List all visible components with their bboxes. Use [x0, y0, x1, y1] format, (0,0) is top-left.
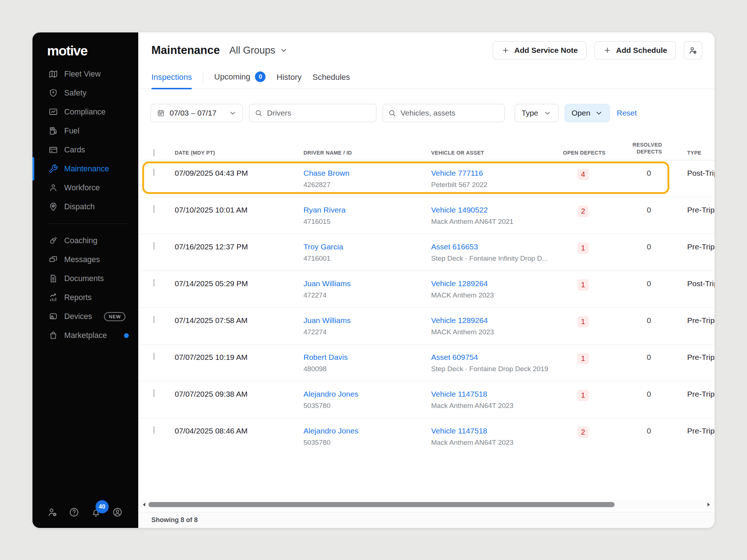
tab-history[interactable]: History [276, 73, 301, 89]
scroll-left-arrow[interactable] [141, 501, 148, 508]
map-icon [49, 69, 58, 79]
sidebar-item-coaching[interactable]: Coaching [32, 231, 138, 250]
vehicle-link[interactable]: Asset 609754 [431, 353, 478, 361]
vehicle-detail: Peterbilt 567 2022 [431, 181, 558, 189]
sidebar-item-messages[interactable]: Messages [32, 250, 138, 269]
upcoming-count-badge: 0 [255, 71, 266, 82]
account-icon[interactable] [112, 507, 123, 518]
inspection-type: Post-Trip [687, 169, 715, 177]
driver-id: 4262827 [303, 181, 431, 189]
driver-link[interactable]: Chase Brown [303, 169, 349, 177]
group-selector[interactable]: All Groups [229, 45, 288, 56]
table-row[interactable]: 07/07/2025 10:19 AM Robert Davis480098 A… [138, 345, 715, 381]
type-filter-dropdown[interactable]: Type [515, 104, 558, 122]
row-checkbox[interactable] [153, 426, 155, 434]
admin-user-gear-icon[interactable] [47, 507, 58, 518]
sidebar-item-dispatch[interactable]: Dispatch [32, 197, 138, 216]
sidebar: motive Fleet View Safety [32, 32, 138, 528]
tab-inspections[interactable]: Inspections [151, 73, 192, 89]
sidebar-item-compliance[interactable]: Compliance [32, 102, 138, 121]
table-row[interactable]: 07/04/2025 08:46 AM Alejandro Jones50357… [138, 418, 715, 455]
row-checkbox[interactable] [153, 205, 155, 213]
vehicle-link[interactable]: Asset 616653 [431, 242, 478, 251]
scroll-right-arrow[interactable] [705, 501, 712, 508]
tab-upcoming[interactable]: Upcoming 0 [214, 71, 266, 89]
vehicle-link[interactable]: Vehicle 1289264 [431, 279, 488, 288]
user-settings-button[interactable] [684, 41, 702, 59]
table-row[interactable]: 07/10/2025 10:01 AM Ryan Rivera4716015 V… [138, 197, 715, 234]
sidebar-item-label: Maintenance [64, 164, 109, 174]
status-filter-dropdown[interactable]: Open [565, 104, 610, 122]
sidebar-item-label: Messages [64, 255, 100, 264]
help-icon[interactable] [69, 507, 80, 518]
row-checkbox[interactable] [153, 353, 155, 360]
resolved-defects-count: 0 [647, 390, 662, 398]
row-checkbox[interactable] [153, 242, 155, 250]
reset-filters-link[interactable]: Reset [617, 109, 637, 117]
vehicle-link[interactable]: Vehicle 1147518 [431, 427, 487, 435]
vehicle-detail: Mack Anthem AN64T 2023 [431, 402, 558, 410]
table-row[interactable]: 07/09/2025 04:43 PM Chase Brown4262827 V… [138, 160, 715, 197]
chevron-down-icon [280, 46, 288, 54]
sidebar-item-cards[interactable]: Cards [32, 140, 138, 159]
sidebar-item-label: Fuel [64, 127, 80, 136]
sidebar-item-devices[interactable]: Devices NEW [32, 307, 138, 326]
inspection-date: 07/14/2025 05:29 PM [175, 279, 248, 288]
tab-label: Schedules [313, 73, 350, 82]
table-row[interactable]: 07/07/2025 09:38 AM Alejandro Jones50357… [138, 381, 715, 418]
driver-link[interactable]: Ryan Rivera [303, 206, 346, 214]
app-window: motive Fleet View Safety [32, 32, 715, 528]
date-range-picker[interactable]: 07/03 – 07/17 [151, 104, 243, 122]
sidebar-item-documents[interactable]: Documents [32, 269, 138, 288]
table-row[interactable]: 07/14/2025 05:29 PM Juan Williams472274 … [138, 271, 715, 308]
vehicle-detail: Mack Anthem AN64T 2023 [431, 439, 558, 447]
driver-id: 472274 [303, 291, 431, 299]
sidebar-item-label: Documents [64, 274, 104, 283]
vehicle-detail: Mack Anthem AN64T 2021 [431, 218, 558, 226]
sidebar-item-label: Coaching [64, 236, 97, 245]
scrollbar-thumb[interactable] [148, 502, 615, 507]
page-header: Maintenance All Groups Add Service Note … [138, 32, 715, 59]
drivers-search-input[interactable] [249, 104, 376, 122]
sidebar-item-safety[interactable]: Safety [32, 83, 138, 102]
dispatch-pin-icon [49, 202, 58, 211]
driver-link[interactable]: Alejandro Jones [303, 390, 359, 398]
horizontal-scrollbar [138, 500, 715, 509]
driver-link[interactable]: Juan Williams [303, 279, 351, 288]
vehicle-link[interactable]: Vehicle 1490522 [431, 206, 488, 214]
screen: motive Fleet View Safety [0, 0, 747, 560]
add-service-note-button[interactable]: Add Service Note [493, 41, 587, 59]
vehicle-link[interactable]: Vehicle 1289264 [431, 316, 488, 324]
sidebar-item-marketplace[interactable]: Marketplace [32, 326, 138, 345]
inspection-date: 07/10/2025 10:01 AM [175, 206, 248, 214]
notifications-bell-icon[interactable]: 40 [90, 507, 101, 518]
tab-schedules[interactable]: Schedules [313, 73, 350, 89]
table-row[interactable]: 07/14/2025 07:58 AM Juan Williams472274 … [138, 308, 715, 345]
open-defects-badge: 2 [577, 206, 589, 217]
sidebar-item-workforce[interactable]: Workforce [32, 178, 138, 197]
driver-link[interactable]: Juan Williams [303, 316, 351, 324]
inspection-type: Pre-Trip [687, 427, 715, 435]
sidebar-item-maintenance[interactable]: Maintenance [32, 159, 138, 178]
driver-link[interactable]: Robert Davis [303, 353, 348, 361]
sidebar-item-label: Safety [64, 89, 86, 98]
row-checkbox[interactable] [153, 168, 155, 176]
sidebar-item-fleet-view[interactable]: Fleet View [32, 65, 138, 83]
resolved-defects-count: 0 [647, 242, 662, 251]
row-checkbox[interactable] [153, 389, 155, 397]
row-checkbox[interactable] [153, 316, 155, 323]
sidebar-item-fuel[interactable]: Fuel [32, 121, 138, 140]
select-all-checkbox[interactable] [153, 149, 155, 156]
driver-link[interactable]: Troy Garcia [303, 242, 343, 251]
add-schedule-button[interactable]: Add Schedule [595, 41, 676, 59]
vehicles-search-input[interactable] [383, 104, 505, 122]
vehicle-link[interactable]: Vehicle 777116 [431, 169, 483, 177]
table-row[interactable]: 07/16/2025 12:37 PM Troy Garcia4716001 A… [138, 234, 715, 271]
tab-label: History [276, 73, 301, 82]
vehicle-link[interactable]: Vehicle 1147518 [431, 390, 487, 398]
driver-link[interactable]: Alejandro Jones [303, 427, 359, 435]
row-checkbox[interactable] [153, 279, 155, 287]
card-icon [49, 145, 58, 155]
chart-icon [49, 293, 58, 302]
sidebar-item-reports[interactable]: Reports [32, 288, 138, 307]
